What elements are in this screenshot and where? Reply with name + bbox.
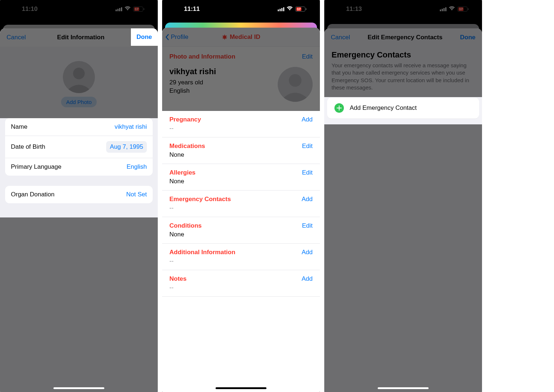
edit-button[interactable]: Edit <box>302 143 313 150</box>
status-bar: 11:10 17 <box>0 0 158 18</box>
allergies-row[interactable]: AllergiesEdit None <box>162 164 320 191</box>
add-photo-button[interactable]: Add Photo <box>61 97 97 107</box>
done-button[interactable]: Done <box>131 28 158 46</box>
nav-title: Medical ID <box>222 33 260 41</box>
avatar-placeholder <box>278 67 313 102</box>
emergency-contacts-row[interactable]: Emergency ContactsAdd -- <box>162 191 320 217</box>
back-label: Profile <box>171 33 188 41</box>
organ-label: Organ Donation <box>11 191 55 198</box>
nav-bar: Cancel Edit Emergency Contacts Done <box>324 28 482 47</box>
status-time: 11:10 <box>22 5 37 13</box>
additional-info-row[interactable]: Additional InformationAdd -- <box>162 244 320 270</box>
edit-button[interactable]: Edit <box>302 53 313 60</box>
section-description: Your emergency contacts will receive a m… <box>332 62 475 91</box>
add-button[interactable]: Add <box>302 116 313 123</box>
dim-below <box>0 217 158 392</box>
name-row[interactable]: Name vikhyat rishi <box>5 118 153 136</box>
battery-icon: 17 <box>457 7 467 12</box>
edit-info-sheet: Cancel Edit Information Done Add Photo D… <box>0 28 158 392</box>
battery-level: 17 <box>296 7 301 11</box>
add-contact-label: Add Emergency Contact <box>350 104 417 112</box>
wifi-icon <box>449 5 455 13</box>
cancel-button[interactable]: Cancel <box>7 34 26 41</box>
language-row[interactable]: Primary Language English <box>5 158 153 176</box>
status-time: 11:13 <box>346 5 362 13</box>
status-time: 11:11 <box>184 5 200 13</box>
nav-bar: Profile Medical ID <box>162 28 320 47</box>
emergency-contacts-sheet: Cancel Edit Emergency Contacts Done Emer… <box>324 28 482 392</box>
person-name: vikhyat rishi <box>169 67 216 76</box>
photo-info-header: Photo and Information Edit vikhyat rishi… <box>162 47 320 111</box>
add-button[interactable]: Add <box>302 196 313 203</box>
plus-icon <box>334 103 344 113</box>
organ-value: Not Set <box>126 191 147 198</box>
dim-below <box>324 124 482 392</box>
notes-row[interactable]: NotesAdd -- <box>162 270 320 297</box>
language-value: English <box>127 163 147 171</box>
name-label: Name <box>11 123 27 131</box>
back-button[interactable]: Profile <box>165 28 188 46</box>
svg-point-3 <box>289 74 302 87</box>
status-bar: 11:13 17 <box>324 0 482 18</box>
cellular-icon <box>440 7 446 11</box>
language-label: Primary Language <box>11 163 61 171</box>
add-button[interactable]: Add <box>302 249 313 256</box>
medications-row[interactable]: MedicationsEdit None <box>162 137 320 164</box>
pregnancy-row[interactable]: PregnancyAdd -- <box>162 111 320 137</box>
dob-value: Aug 7, 1995 <box>106 141 147 153</box>
medical-star-icon <box>222 34 228 40</box>
home-indicator[interactable] <box>216 387 266 389</box>
add-emergency-contact-row[interactable]: Add Emergency Contact <box>327 97 479 119</box>
name-value: vikhyat rishi <box>115 123 147 131</box>
wifi-icon <box>124 5 131 13</box>
form-list: Name vikhyat rishi Date of Birth Aug 7, … <box>0 118 158 203</box>
cellular-icon <box>278 7 284 11</box>
edit-button[interactable]: Edit <box>302 222 313 229</box>
add-button[interactable]: Add <box>302 275 313 283</box>
section-title: Photo and Information <box>169 53 235 60</box>
battery-icon: 17 <box>133 7 143 12</box>
battery-level: 17 <box>134 7 139 11</box>
nav-title: Edit Emergency Contacts <box>368 34 442 41</box>
section-heading: Emergency Contacts <box>332 50 475 60</box>
conditions-row[interactable]: ConditionsEdit None <box>162 217 320 244</box>
medical-sections-list: PregnancyAdd -- MedicationsEdit None All… <box>162 111 320 297</box>
svg-point-1 <box>73 68 85 79</box>
home-indicator[interactable] <box>53 387 104 389</box>
phone-screen-2: 11:11 17 Profile Medical ID <box>162 0 320 392</box>
dob-row[interactable]: Date of Birth Aug 7, 1995 <box>5 136 153 158</box>
phone-screen-1: 11:10 17 Cancel Edit Information Done <box>0 0 158 392</box>
edit-button[interactable]: Edit <box>302 169 313 176</box>
organ-donation-row[interactable]: Organ Donation Not Set <box>5 186 153 203</box>
chevron-left-icon <box>165 34 169 40</box>
battery-icon: 17 <box>295 7 305 12</box>
nav-title: Edit Information <box>57 34 104 41</box>
person-age: 29 years old <box>169 79 216 87</box>
dob-label: Date of Birth <box>11 143 45 151</box>
home-indicator[interactable] <box>378 387 429 389</box>
person-language: English <box>169 87 216 95</box>
cellular-icon <box>116 7 122 11</box>
battery-level: 17 <box>458 7 463 11</box>
phone-screen-3: 11:13 17 Cancel Edit Emergency Contacts … <box>324 0 482 392</box>
cancel-button[interactable]: Cancel <box>331 34 350 41</box>
wifi-icon <box>286 5 293 13</box>
medical-id-sheet: Profile Medical ID Photo and Information… <box>162 28 320 392</box>
avatar-placeholder[interactable] <box>63 61 95 93</box>
status-bar: 11:11 17 <box>162 0 320 18</box>
done-button[interactable]: Done <box>460 34 476 41</box>
